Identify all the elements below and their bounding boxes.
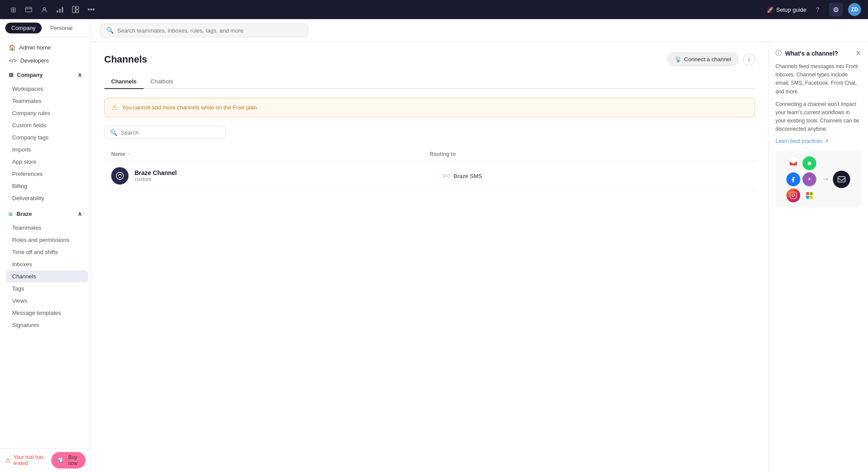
main-layout: Company Personal 🏠 Admin home </> Develo… [0,19,868,472]
setup-guide-button[interactable]: 🚀 Setup guide [767,7,806,13]
channel-search-wrap[interactable]: 🔍 [104,126,226,139]
inbox-icon[interactable] [23,3,35,16]
sidebar-item-app-store[interactable]: App store [6,156,88,168]
sidebar-item-company-rules[interactable]: Company rules [6,107,88,119]
info-panel-icon: ⓘ [776,50,782,57]
chevron-up-icon: ∧ [78,72,82,78]
search-bar-area: 🔍 [91,19,868,42]
buy-now-button[interactable]: 💎 Buy now [51,452,86,469]
svg-rect-21 [838,176,845,182]
sidebar-item-channels[interactable]: Channels [6,271,88,282]
content-body: Channels 📡 Connect a channel i Channels … [91,42,868,472]
warning-banner: ⚠ You cannot add more channels while on … [104,98,755,117]
sidebar-item-billing[interactable]: Billing [6,180,88,192]
sidebar-item-roles-permissions[interactable]: Roles and permissions [6,234,88,246]
close-panel-button[interactable]: ✕ [855,49,861,57]
channel-illustration: → [776,151,861,208]
instagram-icon [786,188,800,202]
sidebar-item-tags[interactable]: Tags [6,283,88,294]
channel-search-input[interactable] [121,129,220,136]
contacts-icon[interactable] [38,3,50,16]
gmail-icon [786,156,800,170]
search-wrap[interactable]: 🔍 [100,23,308,37]
warning-icon: ⚠ [5,457,11,464]
channel-info: Braze Channel custom [135,169,442,182]
svg-point-9 [119,177,121,178]
sidebar-item-time-off-shifts[interactable]: Time off and shifts [6,246,88,258]
svg-rect-17 [806,192,809,195]
sidebar-braze-section[interactable]: B Braze ∧ [3,208,88,220]
page-header-actions: 📡 Connect a channel i [667,53,755,66]
diamond-icon: 💎 [57,457,64,463]
svg-point-16 [795,193,795,194]
svg-rect-5 [73,7,75,13]
svg-rect-4 [62,7,63,13]
microsoft-icon [802,188,816,202]
svg-point-13 [809,178,810,179]
whatsapp-icon [802,156,816,170]
svg-rect-0 [26,7,32,12]
learn-best-practices-link[interactable]: Learn best practices ↗ [776,138,861,144]
search-input[interactable] [117,27,302,34]
missions-icon [802,172,816,186]
arrow-icon: → [822,175,829,184]
sidebar-item-preferences[interactable]: Preferences [6,168,88,180]
tab-channels[interactable]: Channels [104,75,144,89]
table-row[interactable]: Braze Channel custom 📨 Braze SMS [104,161,755,191]
sidebar-item-signatures[interactable]: Signatures [6,319,88,331]
sidebar-item-workspaces[interactable]: Workspaces [6,83,88,95]
tab-company[interactable]: Company [5,23,42,33]
svg-rect-20 [810,195,813,198]
bottom-bar: ⚠ Your trial has ended 💎 Buy now [0,448,91,472]
page-main: Channels 📡 Connect a channel i Channels … [91,42,768,472]
info-panel-header: ⓘ What's a channel? ✕ [776,49,861,57]
avatar[interactable]: ZD [848,3,861,16]
svg-rect-19 [806,195,809,198]
grid-icon[interactable]: ⊞ [7,3,19,16]
svg-rect-6 [76,7,79,9]
channel-icon [111,167,129,185]
tab-personal[interactable]: Personal [44,23,79,33]
layout-icon[interactable] [69,3,82,16]
sidebar-item-imports[interactable]: Imports [6,144,88,155]
info-icon[interactable]: i [743,53,755,66]
sidebar-item-developers[interactable]: </> Developers [3,54,88,67]
sidebar-item-message-templates[interactable]: Message templates [6,307,88,319]
search-icon: 🔍 [106,27,114,34]
front-inbox-icon [833,171,850,188]
svg-rect-2 [57,10,58,13]
content-area: 🔍 Channels 📡 Connect a channel i [91,19,868,472]
more-icon[interactable]: ••• [85,3,97,16]
warning-message: You cannot add more channels while on th… [122,104,258,111]
warning-triangle-icon: ⚠ [112,103,118,112]
sidebar-item-braze-teammates[interactable]: Teammates [6,222,88,234]
connect-channel-button[interactable]: 📡 Connect a channel [667,53,739,66]
code-icon: </> [9,57,17,64]
table-header: Name ↑ Routing to [104,148,755,161]
chart-icon[interactable] [54,3,66,16]
braze-sub-items: Teammates Roles and permissions Time off… [0,222,91,331]
routing-cell: 📨 Braze SMS [442,172,749,180]
help-icon[interactable]: ? [812,3,824,16]
channel-type: custom [135,176,442,182]
channel-name: Braze Channel [135,169,442,176]
sidebar-item-admin-home[interactable]: 🏠 Admin home [3,41,88,54]
topbar-left: ⊞ ••• [7,3,97,16]
svg-rect-7 [76,10,79,13]
sidebar-company-section[interactable]: ⊞ Company ∧ [3,69,88,81]
sidebar-item-teammates[interactable]: Teammates [6,95,88,107]
sidebar-item-deliverability[interactable]: Deliverability [6,192,88,204]
info-panel: ⓘ What's a channel? ✕ Channels feed mess… [768,42,868,472]
sidebar-item-inboxes[interactable]: Inboxes [6,258,88,270]
sidebar-item-views[interactable]: Views [6,295,88,307]
tab-chatbots[interactable]: Chatbots [144,75,180,89]
col-name-header: Name ↑ [111,151,430,157]
external-link-icon: ↗ [824,138,828,144]
sidebar-item-custom-fields[interactable]: Custom fields [6,119,88,131]
sidebar-item-company-tags[interactable]: Company tags [6,132,88,143]
gear-icon[interactable]: ⚙ [829,3,843,17]
svg-rect-18 [810,192,813,195]
tabs-row: Channels Chatbots [104,75,755,89]
sort-icon: ↑ [127,152,129,157]
info-panel-text1: Channels feed messages into Front inboxe… [776,63,861,96]
